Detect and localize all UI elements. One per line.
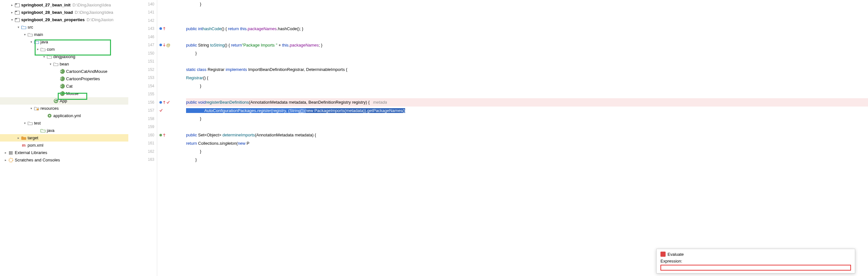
line-number-gutter[interactable]: 1401411421431461471501511521531541551561…: [128, 0, 157, 276]
code-line[interactable]: [186, 8, 868, 17]
gutter-markers[interactable]: @: [157, 0, 186, 276]
override-arrow-icon[interactable]: [163, 27, 165, 30]
expand-arrow-icon[interactable]: ▾: [10, 18, 14, 22]
code-line[interactable]: }: [186, 156, 868, 164]
line-number[interactable]: 155: [128, 90, 157, 98]
tree-item[interactable]: mpom.xml: [0, 142, 128, 149]
line-number[interactable]: 156: [128, 98, 157, 106]
gutter-marker-cell[interactable]: [157, 0, 186, 8]
gutter-marker-cell[interactable]: [157, 82, 186, 90]
gutter-marker-cell[interactable]: @: [157, 41, 186, 50]
line-number[interactable]: 146: [128, 33, 157, 41]
expand-arrow-icon[interactable]: [35, 128, 40, 133]
evaluate-popup[interactable]: Evaluate Expression:: [656, 249, 855, 273]
tree-item[interactable]: ▾src: [0, 24, 128, 31]
breakpoint-dot-icon[interactable]: [159, 133, 162, 137]
line-number[interactable]: 154: [128, 82, 157, 90]
expand-arrow-icon[interactable]: ▸: [3, 158, 8, 162]
expand-arrow-icon[interactable]: ▸: [3, 151, 8, 155]
gutter-marker-cell[interactable]: [157, 33, 186, 41]
tree-item[interactable]: CCat: [0, 83, 128, 90]
line-number[interactable]: 150: [128, 49, 157, 57]
gutter-marker-cell[interactable]: [157, 49, 186, 57]
code-editor[interactable]: } public int hashCode() { return this.pa…: [186, 0, 868, 276]
line-number[interactable]: 157: [128, 106, 157, 115]
expand-arrow-icon[interactable]: ▾: [48, 62, 53, 66]
code-line[interactable]: [186, 90, 868, 98]
tree-item[interactable]: ▾resources: [0, 104, 128, 112]
code-line[interactable]: }: [186, 147, 868, 156]
tree-item[interactable]: CCartoonProperties: [0, 75, 128, 83]
tree-item[interactable]: ▾main: [0, 31, 128, 38]
line-number[interactable]: 158: [128, 115, 157, 123]
line-number[interactable]: 162: [128, 147, 157, 156]
tree-item[interactable]: ▾test: [0, 119, 128, 127]
code-line[interactable]: }: [186, 0, 868, 8]
line-number[interactable]: 161: [128, 139, 157, 148]
gutter-marker-cell[interactable]: [157, 25, 186, 33]
breakpoint-dot-icon[interactable]: [159, 101, 162, 104]
expand-arrow-icon[interactable]: ▸: [10, 10, 14, 15]
expand-arrow-icon[interactable]: [42, 114, 46, 118]
code-line[interactable]: }: [186, 82, 868, 90]
tree-item[interactable]: ▸target: [0, 134, 128, 142]
gutter-marker-cell[interactable]: [157, 139, 186, 148]
tree-item[interactable]: ▸springboot_28_bean_loadD:\DingJiaxiong\…: [0, 9, 128, 16]
tree-item[interactable]: application.yml: [0, 112, 128, 119]
expand-arrow-icon[interactable]: ▾: [16, 25, 21, 30]
gutter-marker-cell[interactable]: [157, 115, 186, 123]
tree-item[interactable]: ▸Scratches and Consoles: [0, 156, 128, 164]
gutter-marker-cell[interactable]: [157, 156, 186, 164]
code-line[interactable]: public Set<Object> determineImports(Anno…: [186, 131, 868, 139]
tree-item[interactable]: ▾springboot_29_bean_propertiesD:\DingJia…: [0, 16, 128, 24]
gutter-marker-cell[interactable]: [157, 98, 186, 106]
error-check-icon[interactable]: [159, 109, 163, 112]
gutter-marker-cell[interactable]: [157, 131, 186, 139]
code-line[interactable]: AutoConfigurationPackages.register(regis…: [186, 106, 868, 115]
tree-item[interactable]: java: [0, 127, 128, 134]
code-line[interactable]: public void registerBeanDefinitions(Anno…: [186, 98, 868, 106]
override-arrow-icon[interactable]: [163, 43, 165, 47]
line-number[interactable]: 153: [128, 74, 157, 82]
code-line[interactable]: [186, 57, 868, 66]
expression-input[interactable]: [660, 265, 851, 271]
code-line[interactable]: return Collections.singleton(new P: [186, 139, 868, 148]
expand-arrow-icon[interactable]: [55, 84, 59, 89]
expand-arrow-icon[interactable]: [55, 77, 59, 81]
code-line[interactable]: [186, 17, 868, 25]
code-line[interactable]: [186, 33, 868, 41]
expand-arrow-icon[interactable]: ▸: [16, 136, 21, 140]
line-number[interactable]: 160: [128, 131, 157, 139]
expand-arrow-icon[interactable]: [48, 99, 53, 103]
gutter-marker-cell[interactable]: [157, 65, 186, 74]
gutter-marker-cell[interactable]: [157, 147, 186, 156]
line-number[interactable]: 141: [128, 8, 157, 17]
line-number[interactable]: 140: [128, 0, 157, 8]
expand-arrow-icon[interactable]: ▾: [23, 32, 27, 37]
line-number[interactable]: 147: [128, 41, 157, 50]
expand-arrow-icon[interactable]: ▸: [10, 3, 14, 7]
code-line[interactable]: static class Registrar implements Import…: [186, 65, 868, 74]
breakpoint-dot-icon[interactable]: [159, 27, 162, 30]
line-number[interactable]: 159: [128, 123, 157, 131]
gutter-marker-cell[interactable]: [157, 17, 186, 25]
expand-arrow-icon[interactable]: ▾: [23, 121, 27, 125]
tree-item[interactable]: CCartoonCatAndMouse: [0, 68, 128, 75]
expand-arrow-icon[interactable]: ▾: [29, 106, 33, 111]
code-line[interactable]: }: [186, 49, 868, 57]
gutter-marker-cell[interactable]: [157, 8, 186, 17]
breakpoint-dot-icon[interactable]: [159, 43, 162, 47]
tree-item[interactable]: ▸External Libraries: [0, 149, 128, 156]
expand-arrow-icon[interactable]: [16, 143, 21, 148]
line-number[interactable]: 143: [128, 25, 157, 33]
code-line[interactable]: Registrar() {: [186, 74, 868, 82]
gutter-marker-cell[interactable]: [157, 123, 186, 131]
code-line[interactable]: public int hashCode() { return this.pack…: [186, 25, 868, 33]
tree-item[interactable]: ▸springboot_27_bean_initD:\DingJiaxiong\…: [0, 1, 128, 9]
error-check-icon[interactable]: [166, 100, 170, 104]
override-arrow-icon[interactable]: [163, 100, 165, 104]
code-line[interactable]: [186, 123, 868, 131]
expand-arrow-icon[interactable]: ▾: [29, 40, 33, 44]
line-number[interactable]: 152: [128, 65, 157, 74]
line-number[interactable]: 163: [128, 156, 157, 164]
